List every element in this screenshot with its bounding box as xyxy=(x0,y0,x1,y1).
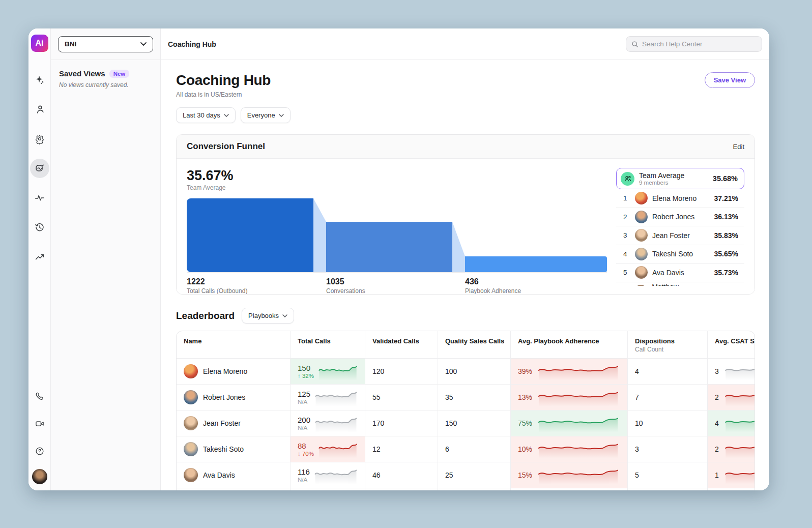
rank-value: 35.73% xyxy=(714,269,738,277)
rank-name: Matthew Rodriguez xyxy=(652,283,709,286)
sparkline xyxy=(723,362,755,380)
total-calls-value: 116 xyxy=(298,467,310,476)
leaderboard-title: Leaderboard xyxy=(176,310,235,321)
table-row[interactable]: Matthew Rodriguez 180 120 98 50% 7 3 xyxy=(177,488,755,490)
rep-name: Takeshi Soto xyxy=(203,445,244,453)
contacts-icon[interactable] xyxy=(30,100,49,119)
rank-number: 2 xyxy=(623,213,630,221)
help-search-input[interactable]: Search Help Center xyxy=(626,36,762,52)
topbar: Coaching Hub Search Help Center xyxy=(161,28,769,60)
sparkline xyxy=(723,388,755,406)
quality-sales-calls-value: 35 xyxy=(438,385,510,410)
quality-sales-calls-value: 98 xyxy=(438,488,510,490)
sparkline xyxy=(536,466,620,484)
total-calls-trend: ↑ 32% xyxy=(298,373,314,379)
icon-rail: Ai xyxy=(28,28,51,490)
total-calls-value: 125 xyxy=(298,390,310,398)
phone-icon[interactable] xyxy=(30,387,49,406)
column-header-quality-sales-calls[interactable]: Quality Sales Calls xyxy=(438,331,510,359)
quality-sales-calls-value: 25 xyxy=(438,462,510,488)
sparkline xyxy=(536,440,620,458)
settings-gear-icon[interactable] xyxy=(30,129,49,149)
dispositions-value: 5 xyxy=(627,462,707,488)
column-header-name[interactable]: Name xyxy=(177,331,290,359)
activity-pulse-icon[interactable] xyxy=(30,188,49,208)
ranking-row[interactable]: 2 Robert Jones 36.13% xyxy=(616,208,744,227)
workspace-select[interactable]: BNI xyxy=(58,36,153,52)
ranking-row[interactable]: 5 Ava Davis 35.73% xyxy=(616,263,744,282)
table-row[interactable]: Robert Jones 125N/A 55 35 13% 7 2 xyxy=(177,385,755,410)
funnel-bar-total-calls[interactable] xyxy=(187,198,313,272)
team-average-name: Team Average xyxy=(639,171,684,180)
ranking-row[interactable]: 1 Elena Moreno 37.21% xyxy=(616,189,744,208)
edit-link[interactable]: Edit xyxy=(733,143,744,151)
chevron-down-icon xyxy=(279,114,284,117)
funnel-card-title: Conversion Funnel xyxy=(187,141,265,152)
table-row[interactable]: Elena Moreno 150↑ 32% 120 100 39% 4 3 xyxy=(177,359,755,385)
chevron-down-icon xyxy=(224,114,229,117)
csat-value: 2 xyxy=(715,445,719,453)
video-icon[interactable] xyxy=(30,414,49,433)
dispositions-value: 7 xyxy=(627,488,707,490)
avatar xyxy=(635,248,648,260)
column-header-validated-calls[interactable]: Validated Calls xyxy=(365,331,438,359)
total-calls-value: 150 xyxy=(298,364,314,372)
rank-name: Takeshi Soto xyxy=(652,250,693,258)
sparkline xyxy=(314,388,358,406)
sparkline xyxy=(314,466,358,484)
rank-value: 37.21% xyxy=(714,194,738,202)
breadcrumb-title: Coaching Hub xyxy=(168,40,216,48)
quality-sales-calls-value: 150 xyxy=(438,410,510,436)
avatar xyxy=(184,468,198,482)
playbooks-filter[interactable]: Playbooks xyxy=(242,308,294,324)
csat-value: 3 xyxy=(715,367,719,375)
column-header-avg-csat-score[interactable]: Avg. CSAT Score xyxy=(707,331,755,359)
conversion-funnel-card: Conversion Funnel Edit 35.67% Team Avera… xyxy=(176,134,755,295)
validated-calls-value: 120 xyxy=(365,359,438,385)
ai-sparkle-icon[interactable] xyxy=(30,70,49,90)
trends-icon[interactable] xyxy=(30,247,49,267)
column-header-avg-playbook-adherence[interactable]: Avg. Playbook Adherence xyxy=(510,331,627,359)
avatar xyxy=(184,390,198,404)
total-calls-trend: N/A xyxy=(298,399,310,405)
date-range-filter[interactable]: Last 30 days xyxy=(176,107,236,123)
user-avatar[interactable] xyxy=(32,469,47,484)
quality-sales-calls-value: 6 xyxy=(438,436,510,462)
team-average-pct: 35.67% xyxy=(187,168,607,184)
rep-name: Ava Davis xyxy=(203,471,235,479)
avatar xyxy=(184,442,198,456)
rank-name: Ava Davis xyxy=(652,269,684,277)
adherence-value: 75% xyxy=(518,419,532,427)
adherence-ranking-panel: Team Average 9 members 35.68% 1 Elena Mo… xyxy=(616,168,744,286)
search-placeholder: Search Help Center xyxy=(642,40,703,48)
ranking-row[interactable]: 4 Takeshi Soto 35.65% xyxy=(616,245,744,264)
funnel-bar-playbook-adherence[interactable] xyxy=(465,256,607,272)
ranking-row[interactable]: 6 Matthew Rodriguez 36.02% xyxy=(616,282,744,286)
coaching-hub-icon[interactable] xyxy=(30,159,49,178)
table-row[interactable]: Takeshi Soto 88↓ 70% 12 6 10% 3 2 xyxy=(177,436,755,462)
total-calls-trend: N/A xyxy=(298,425,310,431)
funnel-stage-value: 436 xyxy=(465,277,607,286)
adherence-value: 39% xyxy=(518,367,532,375)
audience-filter[interactable]: Everyone xyxy=(241,107,291,123)
sidebar: BNI Saved Views New No views currently s… xyxy=(51,28,161,490)
saved-views-empty-text: No views currently saved. xyxy=(59,81,152,89)
search-icon xyxy=(631,41,639,48)
timezone-note: All data is in US/Eastern xyxy=(176,91,271,98)
ranking-row[interactable]: 3 Jean Foster 35.83% xyxy=(616,226,744,245)
rank-value: 36.13% xyxy=(714,213,738,221)
column-header-total-calls[interactable]: Total Calls xyxy=(290,331,365,359)
table-row[interactable]: Ava Davis 116N/A 46 25 15% 5 1 xyxy=(177,462,755,488)
csat-value: 2 xyxy=(715,393,719,401)
rank-number: 1 xyxy=(623,194,630,202)
leaderboard-table: Name Total Calls Validated Calls Quality… xyxy=(176,331,755,490)
save-view-button[interactable]: Save View xyxy=(705,72,755,88)
app-logo[interactable]: Ai xyxy=(31,35,48,52)
help-icon[interactable] xyxy=(30,442,49,461)
funnel-bar-conversations[interactable] xyxy=(326,222,452,272)
team-average-card[interactable]: Team Average 9 members 35.68% xyxy=(616,168,744,189)
column-header-dispositions[interactable]: Dispositions Call Count xyxy=(627,331,707,359)
table-row[interactable]: Jean Foster 200N/A 170 150 75% 10 4 xyxy=(177,410,755,436)
history-icon[interactable] xyxy=(30,218,49,237)
chevron-down-icon xyxy=(140,42,147,46)
